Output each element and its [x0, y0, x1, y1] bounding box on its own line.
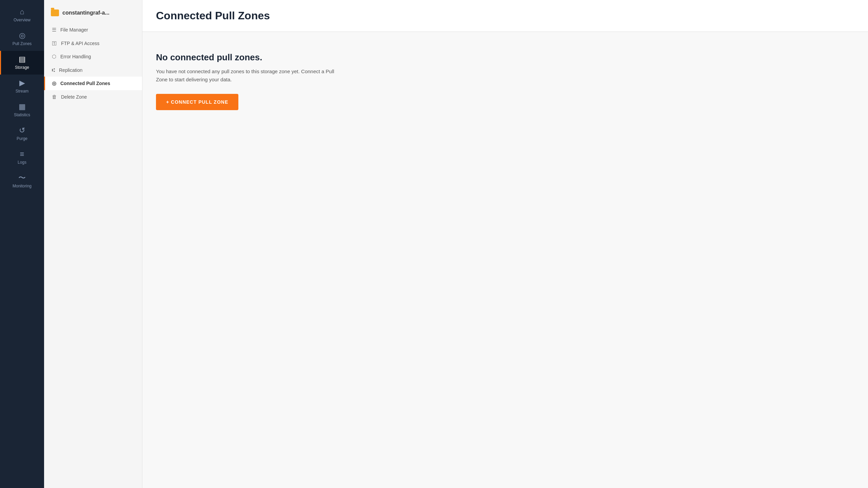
monitoring-icon: 〜: [18, 174, 26, 182]
empty-state-title: No connected pull zones.: [156, 52, 854, 63]
nav-item-overview[interactable]: ⌂Overview: [0, 3, 44, 27]
pull-zones-icon: ◎: [19, 32, 25, 39]
nav-item-stream[interactable]: ▶Stream: [0, 75, 44, 98]
sidebar-label-file-manager: File Manager: [60, 27, 88, 33]
logs-icon: ≡: [20, 150, 24, 158]
active-bar: [0, 51, 1, 75]
storage-title: constantingraf-a...: [62, 10, 110, 16]
page-title: Connected Pull Zones: [156, 9, 854, 22]
content-body: No connected pull zones. You have not co…: [142, 32, 868, 488]
nav-label-stream: Stream: [16, 89, 29, 94]
nav-label-pull-zones: Pull Zones: [13, 41, 32, 46]
statistics-icon: ▦: [19, 103, 26, 110]
sidebar-icon-connected-pull-zones: ◎: [52, 80, 56, 86]
folder-icon: [51, 9, 59, 16]
nav-label-monitoring: Monitoring: [13, 184, 32, 188]
nav-label-storage: Storage: [15, 65, 29, 70]
sidebar-label-error-handling: Error Handling: [60, 54, 91, 59]
nav-label-purge: Purge: [17, 136, 27, 141]
sidebar-icon-replication: ⑆: [52, 67, 55, 73]
sidebar-label-replication: Replication: [59, 67, 82, 73]
stream-icon: ▶: [19, 79, 25, 87]
main-content: Connected Pull Zones No connected pull z…: [142, 0, 868, 488]
content-header: Connected Pull Zones: [142, 0, 868, 32]
nav-item-monitoring[interactable]: 〜Monitoring: [0, 169, 44, 193]
nav-item-purge[interactable]: ↺Purge: [0, 122, 44, 146]
sidebar-icon-ftp-api: ⚿: [52, 40, 57, 46]
empty-state-description: You have not connected any pull zones to…: [156, 67, 346, 84]
overview-icon: ⌂: [20, 8, 24, 16]
sidebar-label-connected-pull-zones: Connected Pull Zones: [60, 81, 110, 86]
sidebar-label-ftp-api: FTP & API Access: [61, 41, 99, 46]
left-nav: ⌂Overview◎Pull Zones▤Storage▶Stream▦Stat…: [0, 0, 44, 488]
nav-label-overview: Overview: [14, 18, 31, 22]
nav-label-statistics: Statistics: [14, 113, 30, 117]
sidebar-icon-delete-zone: 🗑: [52, 94, 57, 100]
nav-item-logs[interactable]: ≡Logs: [0, 146, 44, 169]
sidebar-icon-file-manager: ☰: [52, 27, 56, 33]
sidebar-icon-error-handling: ⬡: [52, 54, 56, 60]
nav-label-logs: Logs: [18, 160, 26, 165]
sidebar-item-delete-zone[interactable]: 🗑Delete Zone: [44, 90, 142, 103]
sidebar-label-delete-zone: Delete Zone: [61, 94, 87, 100]
empty-state: No connected pull zones. You have not co…: [156, 52, 854, 110]
nav-item-pull-zones[interactable]: ◎Pull Zones: [0, 27, 44, 51]
nav-item-statistics[interactable]: ▦Statistics: [0, 98, 44, 122]
sidebar-item-file-manager[interactable]: ☰File Manager: [44, 23, 142, 37]
connect-pull-zone-button[interactable]: + CONNECT PULL ZONE: [156, 94, 238, 110]
storage-icon: ▤: [19, 56, 26, 63]
sidebar-item-ftp-api[interactable]: ⚿FTP & API Access: [44, 37, 142, 50]
storage-header: constantingraf-a...: [44, 5, 142, 23]
secondary-sidebar: constantingraf-a... ☰File Manager⚿FTP & …: [44, 0, 142, 488]
sidebar-item-error-handling[interactable]: ⬡Error Handling: [44, 50, 142, 63]
nav-item-storage[interactable]: ▤Storage: [0, 51, 44, 75]
sidebar-item-connected-pull-zones[interactable]: ◎Connected Pull Zones: [44, 77, 142, 90]
sidebar-item-replication[interactable]: ⑆Replication: [44, 63, 142, 77]
purge-icon: ↺: [19, 127, 25, 134]
